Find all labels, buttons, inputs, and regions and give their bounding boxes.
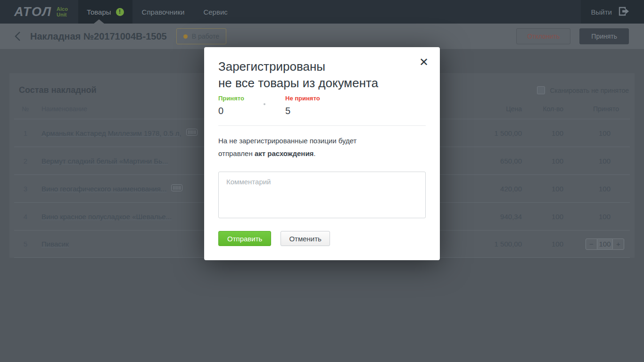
product-link[interactable]: Арманьяк Кастаред Миллезим 1978, 0.5 л,	[41, 129, 182, 137]
modal-actions: Отправить Отменить	[218, 231, 426, 246]
modal-title-line1: Зарегистрированы	[218, 58, 426, 75]
nav-item-servis[interactable]: Сервис	[194, 0, 237, 24]
accepted-stat: Принято 0	[218, 95, 285, 116]
app-logo: АТОЛ Alco Unit	[0, 0, 78, 24]
product-link[interactable]: Вермут сладкий белый «Мартини Бь...	[41, 157, 168, 165]
accepted-value: 0	[218, 105, 285, 116]
row-price: 940,34	[471, 213, 528, 221]
modal-stats: Принято 0 Не принято 5	[218, 95, 426, 116]
row-price: 650,00	[471, 157, 528, 165]
barcode-icon	[171, 184, 182, 193]
row-qty: 100	[528, 240, 570, 248]
modal-divider	[218, 125, 426, 126]
column-header-accepted: Принято	[570, 105, 630, 113]
atol-logo: АТОЛ	[14, 5, 52, 19]
accept-button[interactable]: Принять	[579, 28, 629, 44]
alert-badge-icon: !	[116, 8, 124, 16]
logout-icon	[618, 6, 630, 18]
row-accepted-stepper-cell: − 100 +	[570, 239, 630, 250]
nav-spacer	[237, 0, 581, 24]
note-bold-text: акт расхождения	[255, 149, 314, 157]
stepper-plus-button[interactable]: +	[612, 239, 624, 250]
row-number: 5	[14, 240, 37, 248]
row-accepted: 100	[570, 213, 630, 221]
cancel-button[interactable]: Отменить	[281, 231, 330, 246]
row-number: 4	[14, 213, 37, 221]
column-header-num: №	[14, 105, 37, 113]
card-title: Состав накладной	[19, 85, 97, 95]
row-accepted: 100	[570, 185, 630, 193]
scan-not-accepted-toggle[interactable]: Сканировать не принятое	[537, 86, 629, 94]
column-header-qty: Кол-во	[528, 105, 570, 113]
nav-item-tovary[interactable]: Товары !	[78, 0, 132, 24]
checkbox-label: Сканировать не принятое	[550, 87, 629, 94]
row-qty: 100	[528, 129, 570, 137]
reject-button[interactable]: Отклонить	[516, 28, 570, 44]
stepper-value[interactable]: 100	[597, 239, 612, 250]
modal-title: Зарегистрированы не все товары из докуме…	[218, 58, 426, 91]
note-suffix: .	[314, 149, 315, 157]
product-link[interactable]: Вино геогафического наименования...	[41, 185, 166, 193]
rejected-label: Не принято	[285, 95, 352, 102]
nav-item-label: Справочники	[142, 8, 185, 16]
accepted-label: Принято	[218, 95, 285, 102]
row-accepted: 100	[570, 129, 630, 137]
row-qty: 100	[528, 157, 570, 165]
status-label: В работе	[192, 33, 219, 40]
separator-dot-icon	[264, 103, 265, 105]
registration-warning-modal: ✕ Зарегистрированы не все товары из доку…	[204, 47, 440, 260]
row-price: 1 500,00	[471, 129, 528, 137]
modal-title-line2: не все товары из документа	[218, 75, 426, 91]
row-accepted: 100	[570, 157, 630, 165]
product-link[interactable]: Пивасик	[41, 240, 69, 248]
quantity-stepper: − 100 +	[586, 239, 624, 250]
status-dot-icon	[183, 34, 188, 39]
row-qty: 100	[528, 213, 570, 221]
stepper-minus-button[interactable]: −	[586, 239, 597, 250]
logout-label: Выйти	[591, 8, 612, 16]
row-qty: 100	[528, 185, 570, 193]
alco-unit-label: Alco Unit	[57, 6, 68, 17]
row-price: 420,00	[471, 185, 528, 193]
checkbox-icon[interactable]	[537, 86, 545, 94]
modal-note: На не зарегистрированные позиции будет о…	[218, 134, 381, 160]
rejected-value: 5	[285, 105, 352, 116]
product-link[interactable]: Вино красное полусладкое «Шевалье...	[41, 213, 172, 221]
status-badge: В работе	[176, 28, 226, 44]
active-tab-notch	[94, 19, 104, 24]
barcode-icon	[186, 129, 198, 137]
row-number: 2	[14, 157, 37, 165]
page-header: Накладная №20171004В-1505 В работе Откло…	[0, 24, 644, 49]
top-nav: АТОЛ Alco Unit Товары ! Справочники Серв…	[0, 0, 644, 24]
logout-button[interactable]: Выйти	[581, 0, 644, 24]
chevron-left-icon	[14, 31, 21, 42]
back-button[interactable]	[14, 31, 24, 42]
nav-item-label: Сервис	[203, 8, 227, 16]
rejected-stat: Не принято 5	[285, 95, 352, 116]
row-number: 1	[14, 129, 37, 137]
nav-item-spravochniki[interactable]: Справочники	[132, 0, 194, 24]
close-icon[interactable]: ✕	[419, 57, 429, 68]
page-title: Накладная №20171004В-1505	[30, 31, 167, 42]
column-header-price: Цена	[471, 105, 528, 113]
row-price: 1 500,00	[471, 240, 528, 248]
submit-button[interactable]: Отправить	[218, 231, 271, 246]
nav-item-label: Товары	[87, 8, 111, 16]
row-number: 3	[14, 185, 37, 193]
comment-input[interactable]	[218, 172, 426, 218]
